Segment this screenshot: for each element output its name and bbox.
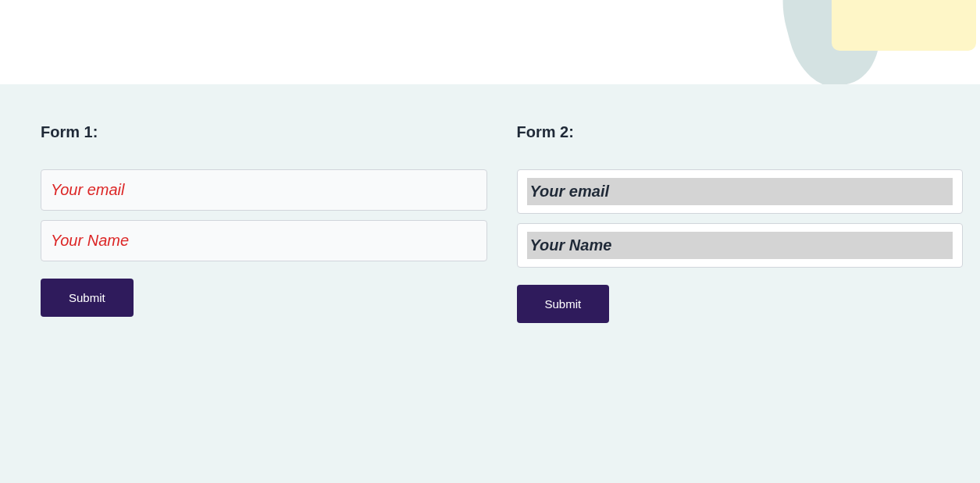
envelope-icon [832,0,976,51]
form-2-submit-button[interactable]: Submit [517,285,610,323]
form-1-name-input[interactable] [41,220,487,261]
form-2-name-wrapper [517,223,964,268]
form-2-email-input[interactable] [527,178,953,205]
form-2-name-input[interactable] [527,232,953,259]
form-1-email-input[interactable] [41,169,487,211]
form-1-submit-button[interactable]: Submit [41,279,134,317]
form-2-email-wrapper [517,169,964,214]
envelope-illustration [754,0,980,84]
form-1: Form 1: Submit [41,123,487,452]
forms-section: Form 1: Submit Form 2: Submit [0,84,980,483]
form-2: Form 2: Submit [517,123,964,452]
form-2-title: Form 2: [517,123,964,141]
form-1-title: Form 1: [41,123,487,141]
hero-section [0,0,980,84]
